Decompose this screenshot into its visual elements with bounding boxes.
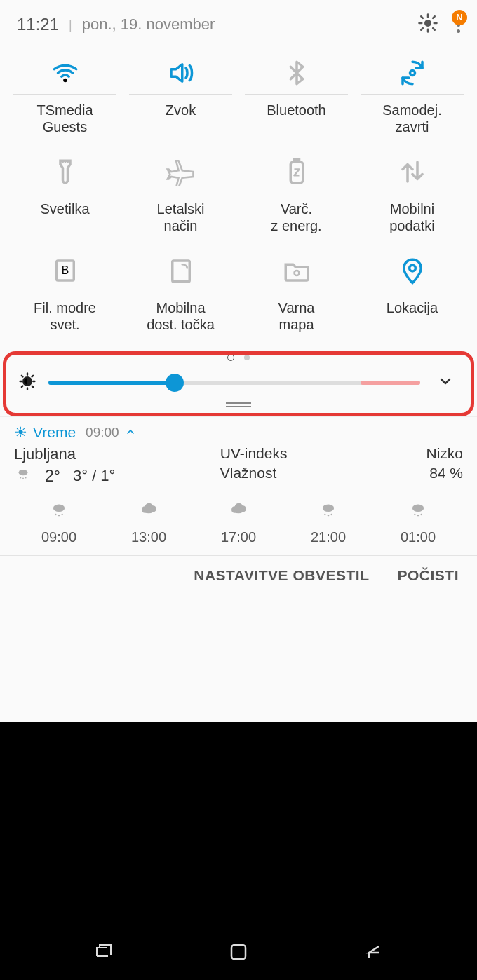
forecast-time: 21:00 [311, 529, 346, 545]
status-header: 11:21 | pon., 19. november N [0, 0, 477, 42]
cloud-icon [14, 466, 32, 486]
cloud-icon [316, 500, 340, 522]
forecast-time: 09:00 [41, 529, 76, 545]
notification-settings-button[interactable]: NASTAVITVE OBVESTIL [194, 567, 369, 584]
qs-sound[interactable]: Zvok [123, 48, 238, 147]
pin-icon [357, 250, 467, 292]
qs-powersave[interactable]: Varč.z energ. [238, 147, 354, 245]
action-bar: NASTAVITVE OBVESTIL POČISTI [0, 555, 477, 595]
qs-label: Varnamapa [277, 292, 316, 344]
qs-label: Varč.z energ. [269, 193, 323, 245]
forecast-col: 09:00 [14, 500, 104, 545]
navigation-bar [0, 942, 477, 966]
qs-label: Svetilka [39, 193, 90, 236]
qs-location[interactable]: Lokacija [354, 245, 470, 344]
cloud-icon [47, 500, 71, 522]
torch-icon [10, 151, 120, 193]
uv-label: UV-indeks [220, 445, 426, 462]
qs-flashlight[interactable]: Svetilka [7, 147, 123, 245]
qs-airplane[interactable]: Letalskinačin [123, 147, 238, 245]
wifi-icon [10, 52, 120, 94]
qs-hotspot[interactable]: Mobilnadost. točka [123, 245, 238, 344]
updown-icon [357, 151, 467, 193]
quick-settings: TSmediaGuestsZvokBluetoothSamodej.zavrti… [0, 42, 477, 348]
background-area [0, 722, 477, 980]
sound-icon [126, 52, 236, 94]
qs-label: Samodej.zavrti [381, 95, 443, 147]
weather-highlow: 3° / 1° [73, 467, 115, 485]
cloud-icon [227, 500, 250, 522]
forecast-col: 01:00 [373, 500, 463, 545]
forecast-time: 01:00 [401, 529, 436, 545]
folder-icon [241, 250, 351, 292]
brightness-highlight [3, 351, 474, 416]
weather-icon: ☀ [14, 424, 27, 441]
bt-icon [241, 52, 351, 94]
brightness-expand-icon[interactable] [431, 373, 459, 393]
brightness-slider[interactable] [13, 365, 464, 397]
qs-label: Bluetooth [265, 95, 328, 137]
recents-button[interactable] [93, 942, 114, 966]
forecast-time: 13:00 [131, 529, 166, 545]
clear-button[interactable]: POČISTI [397, 567, 459, 584]
chevron-up-icon[interactable] [125, 424, 136, 441]
plane-icon [126, 151, 236, 193]
qs-label: TSmediaGuests [35, 95, 94, 147]
qs-securefolder[interactable]: Varnamapa [238, 245, 354, 344]
svg-rect-15 [231, 945, 246, 959]
qs-label: Mobilnadost. točka [145, 292, 216, 344]
panel-handle[interactable] [226, 402, 251, 407]
brightness-icon [18, 372, 37, 394]
weather-city: Ljubljana [14, 445, 220, 463]
menu-badge: N [452, 10, 467, 25]
weather-card[interactable]: ☀ Vreme 09:00 Ljubljana 2° 3° / 1° UV-in… [0, 416, 477, 555]
rotate-icon [357, 52, 467, 94]
cloud-icon [406, 500, 430, 522]
qs-bluetooth[interactable]: Bluetooth [238, 48, 354, 147]
forecast-time: 17:00 [221, 529, 256, 545]
home-button[interactable] [229, 942, 248, 966]
humidity-label: Vlažnost [220, 465, 426, 482]
qs-label: Fil. modresvet. [32, 292, 98, 344]
forecast-col: 13:00 [104, 500, 194, 545]
humidity-value: 84 % [426, 465, 464, 482]
uv-value: Nizko [426, 445, 464, 462]
qs-label: Zvok [164, 95, 197, 137]
date: pon., 19. november [82, 15, 215, 34]
qs-mobiledata[interactable]: Mobilnipodatki [354, 147, 470, 245]
qs-wifi[interactable]: TSmediaGuests [7, 48, 123, 147]
battery-icon [241, 151, 351, 193]
qs-label: Mobilnipodatki [388, 193, 436, 245]
qs-label: Lokacija [385, 292, 439, 334]
weather-current: 2° [45, 467, 60, 486]
cloud-icon [137, 500, 161, 522]
back-button[interactable] [363, 942, 384, 966]
forecast-col: 17:00 [194, 500, 283, 545]
brightness-track[interactable] [48, 381, 420, 385]
hotspot-icon [126, 250, 236, 292]
qs-autorotate[interactable]: Samodej.zavrti [354, 48, 470, 147]
clock: 11:21 [17, 15, 59, 34]
bfilter-icon [10, 250, 120, 292]
qs-bluefilter[interactable]: Fil. modresvet. [7, 245, 123, 344]
weather-time: 09:00 [86, 425, 119, 440]
menu-icon[interactable]: N [457, 17, 460, 33]
qs-label: Letalskinačin [156, 193, 206, 245]
weather-label: Vreme [33, 424, 76, 441]
forecast-col: 21:00 [283, 500, 373, 545]
settings-icon[interactable] [417, 13, 438, 36]
